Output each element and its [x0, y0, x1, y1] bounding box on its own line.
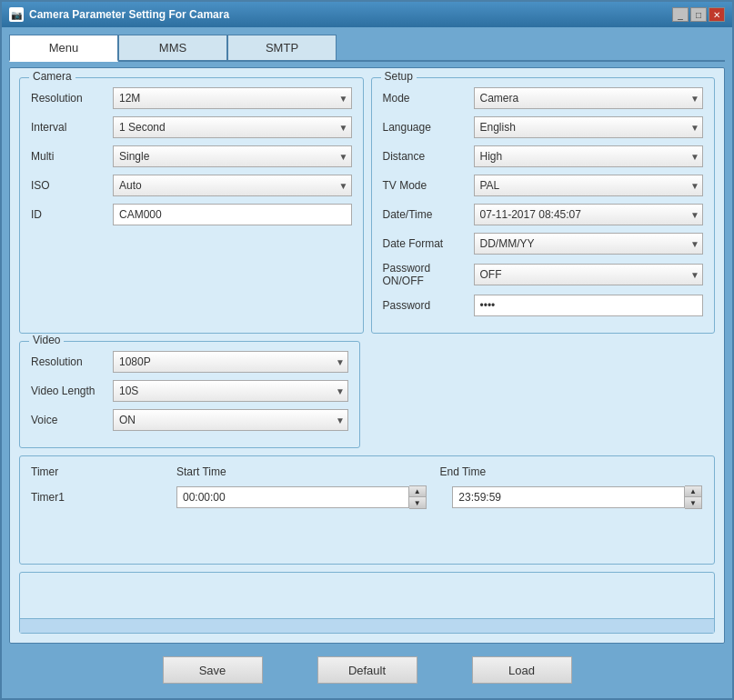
- setup-panel: Setup Mode Camera Video Photo+Video ▼: [371, 77, 716, 334]
- setup-panel-title: Setup: [381, 70, 417, 83]
- tv-mode-row: TV Mode PAL NTSC ▼: [383, 175, 704, 196]
- iso-select[interactable]: Auto 100 200 400 800: [113, 175, 352, 196]
- window-title: Camera Parameter Setting For Camara: [29, 8, 229, 21]
- empty-area: [19, 572, 715, 634]
- interval-select[interactable]: 1 Second 5 Seconds 10 Seconds: [113, 116, 352, 138]
- datetime-row: Date/Time 07-11-2017 08:45:07 ▼: [383, 204, 704, 225]
- tab-menu[interactable]: Menu: [9, 35, 118, 62]
- status-bar: [20, 618, 714, 633]
- maximize-button[interactable]: □: [690, 7, 707, 22]
- window-icon: 📷: [9, 7, 24, 22]
- timer1-row: Timer1 ▲ ▼ ▲ ▼: [31, 485, 703, 509]
- end-time-input[interactable]: [452, 486, 685, 508]
- content-area: Menu MMS SMTP Camera Resolution 12M 8M: [2, 27, 732, 698]
- top-panels: Camera Resolution 12M 8M 5M 3M ▼: [19, 77, 715, 334]
- password-onoff-row: Password ON/OFF OFF ON ▼: [383, 262, 704, 287]
- video-length-select[interactable]: 10S 20S 30S 60S: [113, 380, 348, 402]
- iso-select-wrapper: Auto 100 200 400 800 ▼: [113, 175, 352, 196]
- interval-label: Interval: [31, 121, 113, 134]
- tab-content: Camera Resolution 12M 8M 5M 3M ▼: [9, 67, 725, 644]
- video-length-select-wrapper: 10S 20S 30S 60S ▼: [113, 380, 348, 402]
- distance-select-wrapper: High Medium Low ▼: [474, 145, 704, 167]
- mode-label: Mode: [383, 92, 474, 105]
- tab-smtp[interactable]: SMTP: [227, 35, 337, 60]
- password-onoff-select-wrapper: OFF ON ▼: [474, 264, 704, 285]
- start-time-wrapper: ▲ ▼: [176, 485, 427, 509]
- resolution-row: Resolution 12M 8M 5M 3M ▼: [31, 87, 352, 109]
- iso-label: ISO: [31, 179, 113, 192]
- timer-col-header: Timer: [31, 465, 176, 478]
- date-format-select[interactable]: DD/MM/YY MM/DD/YY YY/MM/DD: [474, 233, 704, 255]
- video-panel: Video Resolution 1080P 720P 480P VGA ▼: [19, 341, 360, 448]
- save-button[interactable]: Save: [163, 656, 263, 684]
- tab-bar: Menu MMS SMTP: [9, 35, 725, 62]
- date-format-select-wrapper: DD/MM/YY MM/DD/YY YY/MM/DD ▼: [474, 233, 704, 255]
- video-resolution-select-wrapper: 1080P 720P 480P VGA ▼: [113, 351, 348, 373]
- multi-label: Multi: [31, 150, 113, 163]
- password-onoff-select[interactable]: OFF ON: [474, 264, 704, 285]
- password-row: Password: [383, 295, 704, 316]
- mode-select[interactable]: Camera Video Photo+Video: [474, 87, 704, 109]
- start-time-up-button[interactable]: ▲: [409, 486, 426, 497]
- id-input[interactable]: [113, 204, 352, 225]
- datetime-select-wrapper: 07-11-2017 08:45:07 ▼: [474, 204, 704, 225]
- start-time-spinner: ▲ ▼: [409, 485, 427, 509]
- datetime-label: Date/Time: [383, 208, 474, 221]
- title-buttons: _ □ ✕: [672, 7, 725, 22]
- timer1-label: Timer1: [31, 491, 176, 504]
- tab-mms[interactable]: MMS: [118, 35, 227, 60]
- start-time-down-button[interactable]: ▼: [409, 497, 426, 508]
- timer-panel: Timer Start Time End Time Timer1 ▲ ▼: [19, 455, 715, 565]
- password-label: Password: [383, 299, 474, 312]
- close-button[interactable]: ✕: [709, 7, 725, 22]
- distance-select[interactable]: High Medium Low: [474, 145, 704, 167]
- resolution-select-wrapper: 12M 8M 5M 3M ▼: [113, 87, 352, 109]
- end-time-down-button[interactable]: ▼: [685, 497, 701, 508]
- start-time-input[interactable]: [176, 486, 409, 508]
- id-label: ID: [31, 208, 113, 221]
- load-button[interactable]: Load: [472, 656, 572, 684]
- password-onoff-label: Password ON/OFF: [383, 262, 474, 287]
- date-format-row: Date Format DD/MM/YY MM/DD/YY YY/MM/DD ▼: [383, 233, 704, 255]
- voice-row: Voice ON OFF ▼: [31, 409, 348, 431]
- end-time-spinner: ▲ ▼: [685, 485, 702, 509]
- iso-row: ISO Auto 100 200 400 800 ▼: [31, 175, 352, 196]
- end-time-up-button[interactable]: ▲: [685, 486, 701, 497]
- id-row: ID: [31, 204, 352, 225]
- tv-mode-select-wrapper: PAL NTSC ▼: [474, 175, 704, 196]
- distance-label: Distance: [383, 150, 474, 163]
- password-input[interactable]: [474, 295, 704, 316]
- end-time-wrapper: ▲ ▼: [452, 485, 703, 509]
- default-button[interactable]: Default: [317, 656, 417, 684]
- voice-label: Voice: [31, 414, 113, 426]
- mode-row: Mode Camera Video Photo+Video ▼: [383, 87, 704, 109]
- minimize-button[interactable]: _: [672, 7, 689, 22]
- datetime-select[interactable]: 07-11-2017 08:45:07: [474, 204, 704, 225]
- voice-select[interactable]: ON OFF: [113, 409, 348, 431]
- video-length-row: Video Length 10S 20S 30S 60S ▼: [31, 380, 348, 402]
- tv-mode-select[interactable]: PAL NTSC: [474, 175, 704, 196]
- video-resolution-row: Resolution 1080P 720P 480P VGA ▼: [31, 351, 348, 373]
- language-select-wrapper: English Chinese French ▼: [474, 116, 704, 138]
- title-bar-left: 📷 Camera Parameter Setting For Camara: [9, 7, 229, 22]
- mode-select-wrapper: Camera Video Photo+Video ▼: [474, 87, 704, 109]
- video-resolution-select[interactable]: 1080P 720P 480P VGA: [113, 351, 348, 373]
- resolution-select[interactable]: 12M 8M 5M 3M: [113, 87, 352, 109]
- video-resolution-label: Resolution: [31, 355, 113, 368]
- multi-row: Multi Single Triple Multi ▼: [31, 145, 352, 167]
- title-bar: 📷 Camera Parameter Setting For Camara _ …: [2, 2, 732, 27]
- multi-select-wrapper: Single Triple Multi ▼: [113, 145, 352, 167]
- right-spacer: [367, 341, 715, 448]
- voice-select-wrapper: ON OFF ▼: [113, 409, 348, 431]
- video-panel-title: Video: [29, 334, 64, 346]
- tv-mode-label: TV Mode: [383, 179, 474, 192]
- camera-panel: Camera Resolution 12M 8M 5M 3M ▼: [19, 77, 364, 334]
- language-row: Language English Chinese French ▼: [383, 116, 704, 138]
- interval-select-wrapper: 1 Second 5 Seconds 10 Seconds ▼: [113, 116, 352, 138]
- multi-select[interactable]: Single Triple Multi: [113, 145, 352, 167]
- language-select[interactable]: English Chinese French: [474, 116, 704, 138]
- resolution-label: Resolution: [31, 92, 113, 105]
- distance-row: Distance High Medium Low ▼: [383, 145, 704, 167]
- interval-row: Interval 1 Second 5 Seconds 10 Seconds ▼: [31, 116, 352, 138]
- middle-panels: Video Resolution 1080P 720P 480P VGA ▼: [19, 341, 715, 448]
